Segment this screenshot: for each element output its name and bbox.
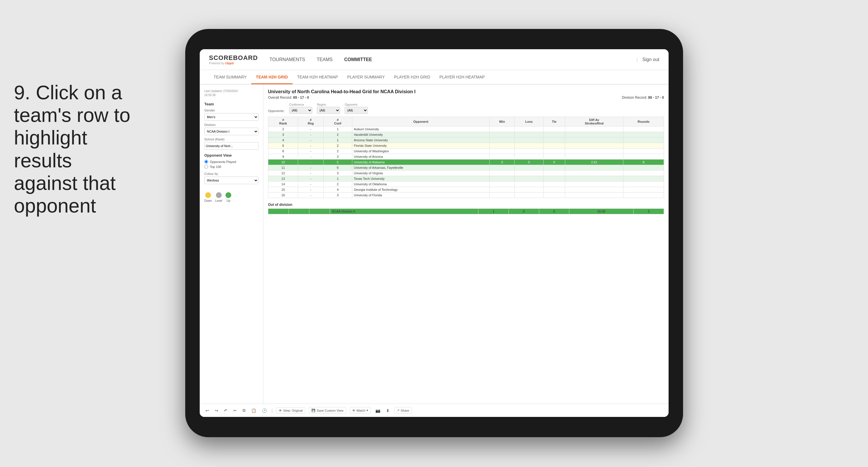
cell-tie	[544, 148, 565, 154]
out-of-division-row[interactable]: NCAA Division II 1 0 0 26.00 3	[268, 209, 664, 214]
cell-diff	[565, 171, 623, 176]
redo-icon[interactable]: ↪	[214, 407, 219, 414]
table-row[interactable]: 6-2Florida State University	[268, 143, 664, 148]
subnav-team-h2h-grid[interactable]: TEAM H2H GRID	[251, 70, 292, 84]
bottom-toolbar: ↩ ↪ ↶ ✂ ⧉ 📋 🕐 | 👁 View: Original 💾 Save …	[200, 404, 669, 417]
left-panel: Last Updated: 27/03/2024 16:55:38 Team G…	[200, 85, 264, 404]
subnav-player-h2h-grid[interactable]: PLAYER H2H GRID	[389, 70, 435, 84]
cell-reg: -	[298, 181, 323, 187]
cell-conf: 1	[323, 138, 352, 143]
subnav-player-h2h-heatmap[interactable]: PLAYER H2H HEATMAP	[435, 70, 489, 84]
last-updated: Last Updated: 27/03/2024 16:55:38	[204, 89, 258, 97]
opponent-view-title: Opponent View	[204, 153, 258, 157]
legend-up: Up	[225, 192, 231, 202]
nav-committee[interactable]: COMMITTEE	[344, 56, 372, 63]
clock-icon[interactable]: 🕐	[261, 407, 268, 414]
save-icon: 💾	[311, 409, 315, 412]
back-icon[interactable]: ↶	[223, 407, 229, 414]
division-select[interactable]: NCAA Division I	[204, 128, 258, 135]
col-diff: Diff AvStrokes/Rnd	[565, 117, 623, 126]
cell-rounds	[623, 193, 664, 198]
radio-top-100[interactable]: Top 100	[204, 165, 258, 169]
cell-conf: 4	[323, 187, 352, 193]
cell-reg: -	[298, 176, 323, 181]
cell-tie	[544, 126, 565, 132]
cell-conf: 2	[323, 148, 352, 154]
cell-tie	[544, 193, 565, 198]
cell-win	[490, 138, 515, 143]
sign-out-button[interactable]: Sign out	[642, 57, 659, 62]
region-select[interactable]: (All)	[317, 107, 340, 114]
opponent-select[interactable]: (All)	[345, 107, 368, 114]
cell-tie	[544, 187, 565, 193]
cut-icon[interactable]: ✂	[232, 407, 238, 414]
cell-tie	[544, 154, 565, 159]
gender-select[interactable]: Men's	[204, 113, 258, 121]
cell-loss	[514, 148, 543, 154]
screenshot-icon[interactable]: 📷	[374, 407, 381, 414]
table-row[interactable]: 14-2University of Oklahoma	[268, 181, 664, 187]
table-row[interactable]: 3-2Vanderbilt University	[268, 132, 664, 138]
ood-reg	[289, 209, 309, 214]
cell-loss	[514, 138, 543, 143]
tablet-frame: SCOREBOARD Powered by clippd TOURNAMENTS…	[185, 29, 683, 437]
cell-rounds: 8	[623, 159, 664, 165]
nav-teams[interactable]: TEAMS	[317, 56, 333, 63]
toolbar-separator-1: |	[272, 408, 273, 413]
copy-icon[interactable]: ⧉	[241, 407, 247, 414]
cell-win	[490, 132, 515, 138]
col-rank: #Rank	[268, 117, 298, 126]
table-row[interactable]: 15-4Georgia Institute of Technology	[268, 187, 664, 193]
table-row[interactable]: 2-1Auburn University	[268, 126, 664, 132]
cell-reg: -	[298, 159, 323, 165]
logo-powered: Powered by clippd	[209, 62, 258, 65]
cell-loss	[514, 165, 543, 171]
table-row[interactable]: 8-2University of Washington	[268, 148, 664, 154]
cell-rounds	[623, 165, 664, 171]
sub-nav: TEAM SUMMARY TEAM H2H GRID TEAM H2H HEAT…	[200, 70, 669, 85]
cell-conf: 3	[323, 171, 352, 176]
table-row[interactable]: 10-5University of Alabama3002.618	[268, 159, 664, 165]
share-button[interactable]: ↗ Share	[394, 407, 411, 414]
table-row[interactable]: 11-6University of Arkansas, Fayetteville	[268, 165, 664, 171]
school-input[interactable]	[204, 142, 258, 150]
cell-rank: 2	[268, 126, 298, 132]
cell-win	[490, 165, 515, 171]
cell-opponent: Arizona State University	[352, 138, 490, 143]
table-row[interactable]: 16-3University of Florida	[268, 193, 664, 198]
cell-loss	[514, 171, 543, 176]
paste-icon[interactable]: 📋	[250, 407, 257, 414]
watch-chevron: ▾	[366, 409, 368, 412]
cell-conf: 2	[323, 181, 352, 187]
subnav-player-summary[interactable]: PLAYER SUMMARY	[343, 70, 389, 84]
undo-icon[interactable]: ↩	[204, 407, 210, 414]
cell-loss	[514, 154, 543, 159]
cell-tie	[544, 143, 565, 148]
cell-rounds	[623, 181, 664, 187]
nav-tournaments[interactable]: TOURNAMENTS	[270, 56, 305, 63]
cell-reg: -	[298, 171, 323, 176]
conference-select[interactable]: (All)	[289, 107, 312, 114]
cell-loss	[514, 126, 543, 132]
table-row[interactable]: 4-1Arizona State University	[268, 138, 664, 143]
opponent-filter: Opponent (All)	[345, 103, 368, 114]
cell-rounds	[623, 126, 664, 132]
download-icon[interactable]: ⬇	[385, 407, 391, 414]
cell-conf: 3	[323, 154, 352, 159]
save-custom-view-button[interactable]: 💾 Save Custom View	[309, 407, 346, 414]
subnav-team-h2h-heatmap[interactable]: TEAM H2H HEATMAP	[292, 70, 343, 84]
watch-button[interactable]: 👁 Watch ▾	[350, 407, 371, 414]
table-row[interactable]: 12-3University of Virginia	[268, 171, 664, 176]
cell-win	[490, 148, 515, 154]
colour-by-select[interactable]: Win/loss	[204, 177, 258, 184]
table-row[interactable]: 13-1Texas Tech University	[268, 176, 664, 181]
radio-opponents-played[interactable]: Opponents Played	[204, 160, 258, 164]
legend-down-dot	[205, 192, 211, 198]
cell-loss	[514, 187, 543, 193]
cell-reg: -	[298, 126, 323, 132]
cell-rank: 8	[268, 148, 298, 154]
subnav-team-summary[interactable]: TEAM SUMMARY	[209, 70, 251, 84]
view-original-button[interactable]: 👁 View: Original	[276, 407, 305, 414]
cell-diff	[565, 132, 623, 138]
table-row[interactable]: 9-3University of Arizona	[268, 154, 664, 159]
